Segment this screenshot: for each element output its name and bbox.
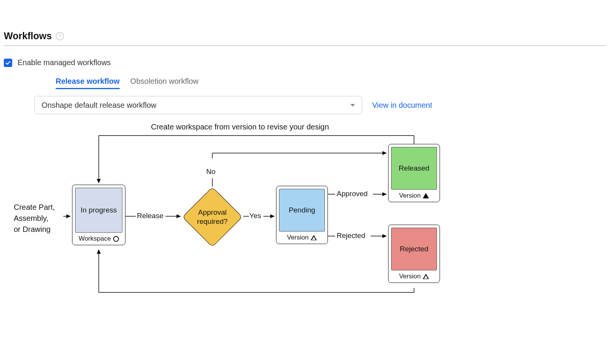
help-icon[interactable]: ? xyxy=(56,32,64,40)
node-in-progress-title: In progress xyxy=(75,188,122,233)
version-triangle-filled-icon xyxy=(423,193,429,198)
label-rejected: Rejected xyxy=(337,231,365,240)
node-in-progress-caption: Workspace xyxy=(79,235,111,243)
node-in-progress: In progress Workspace xyxy=(72,185,125,245)
tab-obsoletion-workflow[interactable]: Obsoletion workflow xyxy=(130,77,199,89)
label-release: Release xyxy=(137,212,164,220)
page-title: Workflows xyxy=(4,30,52,42)
caret-down-icon xyxy=(350,104,355,107)
node-released: Released Version xyxy=(388,144,440,202)
label-approved: Approved xyxy=(337,190,368,198)
node-rejected: Rejected Version xyxy=(388,225,440,283)
node-decision: Approval required? xyxy=(182,187,243,247)
node-pending-caption: Version xyxy=(287,234,309,241)
node-rejected-title: Rejected xyxy=(391,228,437,270)
workflow-diagram: Create workspace from version to revise … xyxy=(14,122,456,297)
version-triangle-outline-icon xyxy=(311,235,317,240)
diagram-start-label: Create Part, Assembly, or Drawing xyxy=(14,202,63,235)
label-no: No xyxy=(206,168,215,176)
tab-release-workflow[interactable]: Release workflow xyxy=(56,77,120,89)
node-rejected-caption: Version xyxy=(399,273,421,280)
enable-workflows-checkbox[interactable] xyxy=(4,59,12,67)
node-released-title: Released xyxy=(391,147,437,190)
label-yes: Yes xyxy=(249,212,261,220)
view-in-document-link[interactable]: View in document xyxy=(372,101,432,110)
workspace-circle-icon xyxy=(113,236,119,242)
node-released-caption: Version xyxy=(399,192,421,200)
node-pending-title: Pending xyxy=(279,189,325,231)
enable-workflows-label: Enable managed workflows xyxy=(18,58,111,67)
workflow-select-value: Onshape default release workflow xyxy=(42,101,156,110)
workflow-select[interactable]: Onshape default release workflow xyxy=(34,96,362,114)
node-pending: Pending Version xyxy=(276,186,328,244)
version-triangle-outline-icon xyxy=(423,274,429,279)
